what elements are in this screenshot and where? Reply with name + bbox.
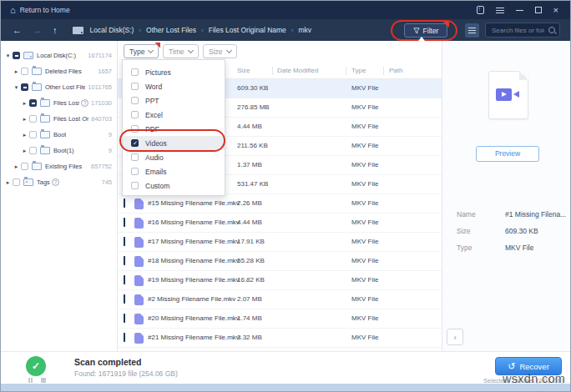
file-row[interactable]: #19 Missing Filename File.mkv16.82 KBMKV… [118, 271, 442, 290]
filter-chip-type[interactable]: Type [124, 44, 159, 58]
next-file-button[interactable]: › [447, 329, 463, 345]
up-button[interactable]: ↑ [53, 26, 58, 35]
pause-icon[interactable] [28, 378, 33, 383]
filter-option-pictures[interactable]: Pictures [123, 65, 225, 79]
filter-option-emails[interactable]: Emails [123, 164, 225, 178]
header-col-path[interactable]: Path [389, 63, 402, 78]
file-type-icon [134, 237, 144, 248]
filter-option-videos[interactable]: Videos [123, 136, 225, 150]
option-checkbox[interactable] [131, 139, 139, 147]
row-checkbox[interactable] [123, 219, 129, 226]
breadcrumb-item-mkv[interactable]: mkv [298, 26, 311, 34]
option-checkbox[interactable] [131, 125, 139, 133]
row-checkbox[interactable] [123, 314, 129, 322]
sidebar-item-existing-files[interactable]: ▸Existing Files657752 [1, 158, 117, 174]
tree-checkbox[interactable] [29, 115, 37, 123]
expand-arrow-icon[interactable]: ▸ [21, 116, 28, 122]
row-checkbox[interactable] [123, 238, 129, 245]
list-view-button[interactable] [465, 23, 479, 38]
collapse-arrow-icon[interactable]: ▾ [4, 53, 12, 58]
row-checkbox[interactable] [123, 199, 129, 207]
home-icon: ⌂ [10, 6, 16, 15]
option-checkbox[interactable] [131, 182, 139, 189]
expand-arrow-icon[interactable]: ▸ [13, 68, 20, 74]
expand-arrow-icon[interactable]: ▸ [21, 132, 28, 138]
option-checkbox[interactable] [131, 153, 139, 161]
stop-icon[interactable] [41, 378, 46, 383]
sidebar-item-tags[interactable]: ▸Tags?745 [1, 174, 117, 190]
filter-option-pdf[interactable]: PDF [123, 122, 225, 136]
filter-option-ppt[interactable]: PPT [123, 93, 225, 108]
sidebar-item-files-lost-original[interactable]: ▸Files Lost Original ...840703 [1, 111, 117, 127]
sidebar-item-other-lost-files[interactable]: ▾Other Lost Files1011765 [1, 79, 117, 95]
maximize-button[interactable] [535, 7, 542, 13]
option-checkbox[interactable] [131, 68, 139, 76]
close-button[interactable]: × [553, 6, 558, 15]
sidebar-item-files-lost-origi[interactable]: ▸Files Lost Origi...?171030 [1, 95, 117, 111]
header-col-size[interactable]: Size [237, 63, 250, 78]
file-row[interactable]: #18 Missing Filename File.mkv55.28 KBMKV… [118, 252, 442, 271]
upgrade-icon[interactable] [477, 6, 484, 14]
tree-checkbox[interactable] [21, 83, 28, 91]
header-col-type[interactable]: Type [351, 63, 366, 78]
option-checkbox[interactable] [131, 111, 139, 118]
tree-checkbox[interactable] [21, 163, 28, 170]
row-checkbox[interactable] [123, 334, 129, 341]
tree-checkbox[interactable] [29, 147, 37, 154]
file-row[interactable]: #20 Missing Filename File.mkv1.74 MBMKV … [118, 309, 442, 329]
filter-chip-size[interactable]: Size [203, 44, 237, 58]
filter-option-audio[interactable]: Audio [123, 150, 225, 164]
tree-checkbox[interactable] [21, 68, 28, 75]
expand-arrow-icon[interactable]: ▸ [13, 163, 20, 169]
tree-checkbox[interactable] [13, 178, 20, 186]
tree-checkbox[interactable] [29, 131, 37, 138]
file-row[interactable]: #21 Missing Filename File.mkv3.32 MBMKV … [118, 329, 442, 348]
expand-arrow-icon[interactable]: ▸ [21, 148, 28, 153]
filter-option-custom[interactable]: Custom [123, 178, 225, 193]
tree-checkbox[interactable] [13, 52, 20, 59]
breadcrumb-item-files-lost-original-name[interactable]: Files Lost Original Name [209, 26, 286, 34]
search-icon[interactable] [548, 27, 555, 33]
expand-arrow-icon[interactable]: ▸ [21, 100, 28, 106]
file-row[interactable]: #16 Missing Filename File.mkv4.44 MBMKV … [118, 214, 442, 233]
filter-option-excel[interactable]: Excel [123, 108, 225, 122]
filter-option-word[interactable]: Word [123, 79, 225, 93]
tree-checkbox[interactable] [29, 99, 37, 107]
row-checkbox[interactable] [123, 295, 129, 303]
sidebar-item-deleted-files[interactable]: ▸Deleted Files1657 [1, 63, 117, 79]
title-bar: ⌂ Return to Home × [1, 1, 570, 19]
header-col-date-modified[interactable]: Date Modified [277, 63, 318, 78]
row-checkbox[interactable] [123, 276, 129, 284]
row-checkbox[interactable] [123, 257, 129, 264]
sidebar-item-boot-1[interactable]: ▸Boot(1)9 [1, 143, 117, 158]
detail-value: MKV File [505, 244, 533, 252]
sidebar-item-local-disk-c[interactable]: ▾Local Disk(C:)1671174 [1, 48, 117, 63]
option-checkbox[interactable] [131, 97, 139, 104]
forward-button[interactable]: → [33, 26, 42, 35]
file-type-icon [134, 294, 144, 305]
back-button[interactable]: ← [13, 26, 22, 35]
chevron-down-icon [226, 48, 232, 53]
folder-icon [40, 115, 50, 123]
checkbox-icon [124, 333, 125, 342]
file-row[interactable]: #17 Missing Filename File.mkv17.91 KBMKV… [118, 233, 442, 252]
return-home-button[interactable]: ⌂ Return to Home [1, 6, 70, 15]
sidebar-item-boot[interactable]: ▸Boot9 [1, 127, 117, 143]
breadcrumb-item-other-lost-files[interactable]: Other Lost Files [146, 26, 196, 34]
menu-icon[interactable] [496, 8, 504, 13]
filter-chip-time[interactable]: Time [163, 44, 199, 58]
expand-arrow-icon[interactable]: ▸ [4, 179, 12, 185]
breadcrumb-item-disk[interactable]: Local Disk(S:) [90, 26, 134, 34]
preview-button[interactable]: Preview [476, 146, 539, 162]
file-type: MKV File [351, 156, 378, 174]
minimize-button[interactable] [516, 10, 523, 11]
search-input[interactable] [490, 26, 546, 35]
filter-button[interactable]: Filter [404, 23, 447, 38]
help-icon[interactable]: ? [52, 178, 59, 186]
file-row[interactable]: #2 Missing Filename File.mkv2.07 MBMKV F… [118, 290, 442, 309]
help-icon[interactable]: ? [81, 99, 88, 107]
file-row[interactable]: #15 Missing Filename File.mkv2.26 MBMKV … [118, 194, 442, 214]
collapse-arrow-icon[interactable]: ▾ [13, 84, 20, 90]
option-checkbox[interactable] [131, 168, 139, 175]
option-checkbox[interactable] [131, 83, 139, 90]
